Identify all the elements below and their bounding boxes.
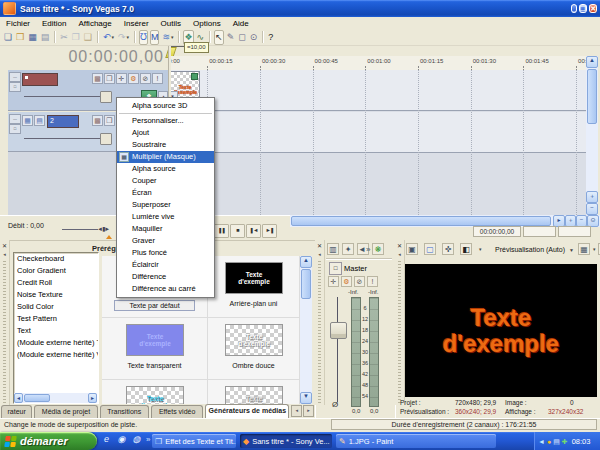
context-item-écran[interactable]: Écran [117,187,214,199]
generator-color-gradient[interactable]: Color Gradient [14,265,98,277]
go-to-end-button[interactable]: ►❚ [262,224,277,238]
track2-icon-a[interactable]: ▦ [22,115,33,126]
rate-slider-track[interactable] [62,229,98,230]
context-item-soustraire[interactable]: Soustraire [117,139,214,151]
track1-minimize-button[interactable]: — [9,72,21,82]
auto-ripple-button[interactable]: ≋▾ [161,31,174,44]
track2-maximize-button[interactable]: □ [9,124,21,134]
track2-slider-handle[interactable] [100,133,112,145]
master-mute-button[interactable]: ⊘ [354,276,365,287]
generator-module-externe-hérité-v[interactable]: (Module externe hérité) V [14,349,98,361]
context-item-éclaircir[interactable]: Éclaircir [117,259,214,271]
track1-track-mute-button[interactable]: ⊘ [140,73,151,84]
preset-partial-5[interactable]: Texted'exemple [208,380,300,404]
video-output-fx-button[interactable]: ✜ [442,243,454,255]
menu-affichage[interactable]: Affichage [72,19,117,28]
scroll-down-button[interactable]: ▼ [300,392,312,404]
open-button[interactable]: ❒ [15,31,25,44]
quicklaunch-media[interactable]: ◉ [116,434,127,444]
preset-scroll-thumb[interactable] [301,269,311,299]
preview-project-button[interactable]: ▣ [406,243,418,255]
track2-minimize-button[interactable]: — [9,114,21,124]
restore-button[interactable]: ❐ [579,4,587,13]
close-icon[interactable]: ✕ [317,242,322,250]
generator-module-externe-hérité-t[interactable]: (Module externe hérité) T [14,337,98,349]
track2-name-box[interactable]: 2 [47,115,79,128]
tab-rateur[interactable]: rateur [1,405,32,418]
context-item-différence-au-carré[interactable]: Différence au carré [117,283,214,295]
master-bus-button[interactable]: □ [329,262,342,275]
taskbar-button-1-jpg-paint[interactable]: ✎1.JPG - Paint [336,434,496,448]
context-item-graver[interactable]: Graver [117,235,214,247]
context-item-personnaliser[interactable]: Personnaliser... [117,115,214,127]
generator-credit-roll[interactable]: Credit Roll [14,277,98,289]
track1-name-box[interactable] [22,73,58,86]
track1-track-motion-button[interactable]: ❒ [104,73,115,84]
tray-network-icon[interactable]: ▤ [553,438,560,445]
tab-média-de-projet[interactable]: Média de projet [34,405,97,418]
redo-button[interactable]: ↷▾ [117,31,130,44]
pause-button[interactable]: ❚❚ [214,224,229,238]
start-button[interactable]: démarrer [0,432,97,450]
master-properties-button[interactable]: ⚙ [341,276,352,287]
stop-button[interactable]: ■ [230,224,245,238]
track1-track-fx-bypass-button[interactable]: ▩ [92,73,103,84]
timeline-ruler[interactable]: 00:00:0000:00:1500:00:3000:00:4500:01:00… [170,56,586,71]
taskbar-button-sans-titre-sony-ve[interactable]: ◆Sans titre * - Sony Ve... [240,434,332,448]
dropdown-arrow-icon[interactable]: ▾ [127,34,130,40]
timecode-display[interactable]: 00:00:00,00 [8,46,164,68]
preset-partial-4[interactable]: Texted'exemple [102,380,208,404]
zoom-out-track-button[interactable]: − [586,203,598,215]
generator-checkerboard[interactable]: Checkerboard [14,253,98,265]
preview-quality-dropdown[interactable]: Prévisualisation (Auto) [495,246,565,253]
track1-maximize-button[interactable]: □ [9,82,21,92]
selection-edit-tool-button[interactable]: ◻ [237,31,246,44]
drag-grip[interactable] [3,261,6,405]
drag-grip[interactable] [398,261,401,405]
menu-insérer[interactable]: Insérer [118,19,155,28]
tray-updates-icon[interactable]: ● [547,438,551,445]
zoom-in-track-button[interactable]: ＋ [586,191,598,203]
tab-générateurs-de-médias[interactable]: Générateurs de médias [205,404,289,418]
drag-grip[interactable] [318,261,321,405]
scroll-left-button[interactable]: ◂ [14,393,23,403]
tab-scroll-left[interactable]: ◂ [291,405,302,417]
tray-safety-icon[interactable]: ✚ [562,438,568,445]
timeline-vscrollbar[interactable]: ▲ ＋ − [586,56,598,215]
preset-ombre-douce[interactable]: Texted'exempleOmbre douce [208,318,300,380]
context-item-lumière-vive[interactable]: Lumière vive [117,211,214,223]
generators-list-hscrollbar[interactable]: ◂ ▸ [14,393,97,403]
track2-track-motion-button[interactable]: ❒ [104,115,115,126]
scroll-right-button[interactable]: ▸ [88,393,97,403]
scroll-up-button[interactable]: ▲ [300,256,312,268]
context-item-ajout[interactable]: Ajout [117,127,214,139]
downmix-output-button[interactable]: ❋ [372,243,384,255]
context-item-plus-foncé[interactable]: Plus foncé [117,247,214,259]
context-item-alpha-source[interactable]: Alpha source [117,163,214,175]
cut-button[interactable]: ✂ [59,31,69,44]
time-field-2[interactable] [558,226,591,237]
tab-scroll-right[interactable]: ▸ [303,405,314,417]
pin-icon[interactable]: ◂ [398,250,401,258]
envelope-edit-tool-button[interactable]: ✎ [226,31,236,44]
generator-solid-color[interactable]: Solid Color [14,301,98,313]
dropdown-arrow-icon[interactable]: ▾ [111,34,114,40]
tray-volume-icon[interactable]: ◄ [538,438,545,445]
context-item-superposer[interactable]: Superposer [117,199,214,211]
close-icon[interactable]: ✕ [397,242,402,250]
generator-text[interactable]: Text [14,325,98,337]
dropdown-arrow-icon[interactable]: ▾ [171,34,174,40]
track2-icon-b[interactable]: ▤ [34,115,45,126]
generator-noise-texture[interactable]: Noise Texture [14,289,98,301]
close-button[interactable]: ✕ [589,4,597,13]
generators-list[interactable]: CheckerboardColor GradientCredit RollNoi… [13,252,99,404]
whats-this-help-button[interactable]: ? [267,31,274,44]
go-to-start-button[interactable]: ❚◄ [246,224,261,238]
time-field-1[interactable] [523,226,556,237]
overlays-grid-button[interactable]: ▦ [578,243,590,255]
vscroll-thumb[interactable] [587,69,597,124]
time-field-0[interactable]: 00:00:00,00 [473,226,521,237]
master-fader-handle[interactable] [330,322,347,339]
close-icon[interactable]: ✕ [2,242,7,250]
quantize-to-frames-button[interactable]: M [150,30,160,45]
